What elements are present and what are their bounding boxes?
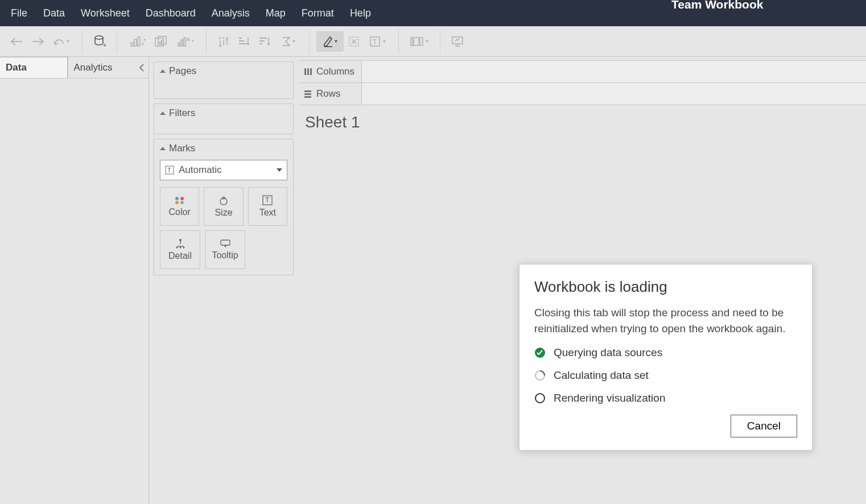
marks-text-button[interactable]: T Text (248, 187, 287, 226)
svg-rect-21 (259, 38, 267, 39)
text-icon: T (165, 166, 174, 175)
marks-detail-label: Detail (168, 251, 192, 261)
rows-label: Rows (316, 88, 341, 100)
mark-type-select[interactable]: T Automatic (160, 160, 287, 180)
filters-label: Filters (169, 108, 195, 119)
workbook-title: Team Workbook (671, 0, 763, 11)
clear-sheet-button[interactable] (172, 31, 199, 52)
totals-button[interactable] (275, 31, 302, 52)
svg-rect-20 (239, 43, 246, 44)
sort-asc-button[interactable] (234, 31, 254, 52)
swap-button[interactable] (213, 31, 234, 52)
svg-point-16 (223, 38, 225, 39)
pages-label: Pages (169, 65, 196, 77)
svg-point-47 (183, 247, 184, 249)
marks-tooltip-button[interactable]: Tooltip (205, 230, 245, 269)
columns-shelf[interactable]: Columns (298, 60, 866, 83)
redo-button[interactable] (27, 31, 48, 52)
menu-dashboard[interactable]: Dashboard (138, 2, 204, 25)
new-data-source-button[interactable]: + (89, 31, 110, 52)
svg-text:+: + (141, 41, 145, 47)
dialog-title: Workbook is loading (534, 278, 797, 296)
menubar: File Data Worksheet Dashboard Analysis M… (0, 0, 866, 26)
tab-data[interactable]: Data (0, 57, 68, 78)
svg-point-15 (220, 38, 221, 39)
check-circle-icon (534, 347, 546, 358)
undo-button[interactable] (7, 31, 27, 52)
svg-rect-52 (304, 90, 311, 92)
svg-rect-5 (134, 39, 137, 46)
svg-point-34 (175, 197, 179, 200)
chevron-up-icon (160, 69, 166, 73)
svg-rect-6 (138, 37, 140, 46)
group-button[interactable] (344, 31, 364, 52)
svg-point-42 (179, 239, 182, 241)
chevron-up-icon (160, 111, 166, 115)
menu-data[interactable]: Data (35, 2, 73, 25)
pages-shelf[interactable]: Pages (154, 61, 294, 99)
svg-rect-12 (178, 43, 180, 46)
tab-analytics[interactable]: Analytics (68, 57, 135, 78)
fit-button[interactable] (406, 31, 433, 52)
svg-point-46 (179, 247, 181, 249)
svg-text:+: + (103, 42, 106, 48)
marks-detail-button[interactable]: Detail (160, 230, 200, 269)
menu-file[interactable]: File (3, 2, 35, 25)
collapse-side-panel-button[interactable] (135, 57, 149, 78)
svg-rect-22 (259, 40, 265, 42)
menu-analysis[interactable]: Analysis (204, 2, 258, 25)
svg-rect-13 (181, 40, 183, 46)
cards-panel: Pages Filters Marks T Automatic (149, 57, 298, 504)
show-labels-button[interactable]: T (364, 31, 391, 52)
svg-rect-51 (310, 68, 312, 75)
svg-rect-14 (184, 38, 185, 46)
svg-text:T: T (373, 38, 377, 46)
marks-card: Marks T Automatic Color Size (154, 139, 294, 275)
svg-text:T: T (167, 167, 171, 173)
marks-tooltip-label: Tooltip (212, 250, 238, 261)
data-panel: Data Analytics (0, 57, 149, 504)
svg-point-45 (176, 247, 178, 249)
highlight-button[interactable] (316, 31, 344, 52)
marks-text-label: Text (259, 208, 276, 218)
columns-drop-area[interactable] (362, 61, 866, 82)
svg-rect-49 (304, 68, 306, 75)
filters-shelf[interactable]: Filters (154, 104, 294, 134)
loading-dialog: Workbook is loading Closing this tab wil… (519, 264, 813, 451)
svg-rect-53 (304, 93, 311, 95)
sheet-title[interactable]: Sheet 1 (298, 105, 866, 131)
svg-rect-50 (307, 68, 309, 75)
duplicate-sheet-button[interactable] (151, 31, 172, 52)
loading-step: Querying data sources (534, 346, 797, 359)
svg-rect-30 (420, 38, 423, 46)
new-worksheet-button[interactable]: + (124, 31, 151, 52)
sort-desc-button[interactable] (254, 31, 275, 52)
svg-rect-48 (221, 240, 230, 245)
rows-drop-area[interactable] (362, 83, 866, 105)
svg-rect-54 (304, 96, 311, 98)
marks-size-label: Size (215, 208, 232, 218)
svg-text:T: T (265, 196, 270, 204)
rows-shelf[interactable]: Rows (298, 82, 866, 105)
cancel-button[interactable]: Cancel (731, 415, 797, 437)
marks-size-button[interactable]: Size (204, 187, 243, 226)
loading-step: Rendering visualization (534, 392, 797, 404)
mark-type-value: Automatic (179, 164, 222, 176)
rows-icon (304, 90, 312, 98)
presentation-button[interactable] (447, 31, 468, 52)
menu-worksheet[interactable]: Worksheet (73, 2, 138, 25)
svg-point-36 (175, 201, 179, 204)
replay-button[interactable] (48, 31, 75, 52)
svg-point-35 (180, 197, 184, 200)
menu-map[interactable]: Map (258, 2, 294, 25)
svg-rect-11 (161, 40, 162, 44)
chevron-down-icon (277, 168, 282, 172)
marks-color-button[interactable]: Color (160, 187, 199, 226)
text-icon: T (262, 195, 273, 205)
chevron-up-icon (160, 147, 166, 150)
svg-point-37 (180, 201, 184, 204)
columns-icon (304, 68, 312, 76)
menu-format[interactable]: Format (294, 2, 342, 25)
menu-help[interactable]: Help (342, 2, 379, 25)
svg-rect-18 (239, 38, 242, 39)
